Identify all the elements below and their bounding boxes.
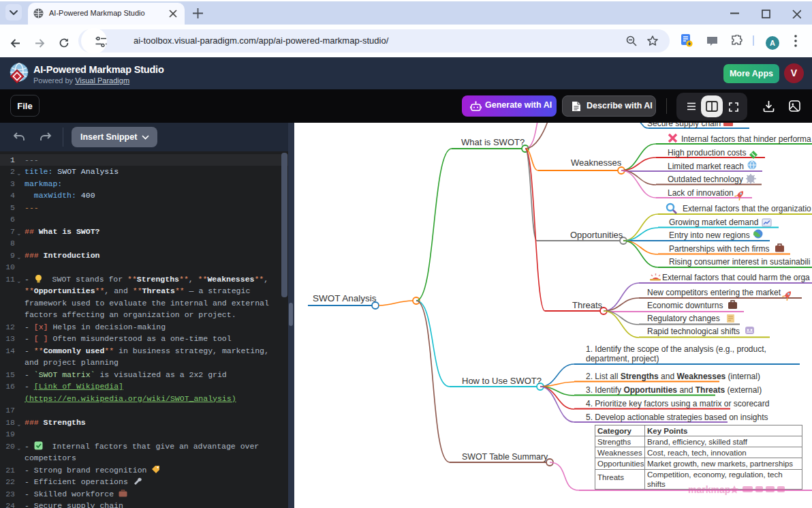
svg-text:markmap: markmap: [688, 484, 730, 495]
svg-text:Key Points: Key Points: [647, 427, 687, 435]
svg-text:5. Develop actionable strategi: 5. Develop actionable strategies based o…: [586, 413, 768, 422]
svg-text:Competition, economy, regulati: Competition, economy, regulation, tech: [647, 470, 783, 479]
svg-text:4. Prioritize key factors usin: 4. Prioritize key factors using a matrix…: [586, 399, 769, 408]
svg-text:High production costs: High production costs: [668, 148, 746, 158]
svg-text:Rapid technological shifts: Rapid technological shifts: [647, 327, 740, 336]
svg-text:2. List all Strengths and Weak: 2. List all Strengths and Weaknesses (in…: [586, 372, 760, 381]
svg-text:Rising consumer interest in su: Rising consumer interest in sustainabili: [669, 257, 810, 267]
svg-text:Opportunities: Opportunities: [597, 460, 644, 468]
svg-text:Threats: Threats: [597, 473, 624, 481]
svg-text:Entry into new regions: Entry into new regions: [669, 230, 750, 240]
svg-text:SWOT Analysis: SWOT Analysis: [313, 293, 377, 303]
svg-text:department, project): department, project): [586, 354, 659, 363]
svg-text:Threats: Threats: [572, 300, 603, 310]
svg-text:shifts: shifts: [647, 480, 666, 488]
svg-text:Outdated technology: Outdated technology: [668, 175, 743, 184]
svg-text:Growing market demand: Growing market demand: [669, 218, 758, 227]
svg-text:Economic downturns: Economic downturns: [647, 301, 723, 310]
svg-text:Secure supply chain: Secure supply chain: [647, 123, 721, 128]
svg-text:Market growth, new markets, pa: Market growth, new markets, partnerships: [647, 460, 793, 468]
svg-text:Cost, reach, tech, innovation: Cost, reach, tech, innovation: [647, 449, 747, 457]
svg-text:New competitors entering the m: New competitors entering the market: [647, 288, 781, 297]
svg-text:Partnerships with tech firms: Partnerships with tech firms: [669, 244, 769, 254]
svg-text:3. Identify Opportunities and: 3. Identify Opportunities and Threats (e…: [586, 385, 762, 395]
svg-text:Brand, efficiency, skilled sta: Brand, efficiency, skilled staff: [647, 438, 748, 446]
svg-text:Category: Category: [597, 427, 631, 435]
svg-text:Limited market reach: Limited market reach: [668, 162, 744, 171]
svg-text:Strengths: Strengths: [597, 438, 631, 446]
svg-text:Internal factors that hinder p: Internal factors that hinder performa: [681, 134, 811, 144]
svg-text:SWOT Table Summary: SWOT Table Summary: [462, 452, 548, 462]
svg-text:Regulatory changes: Regulatory changes: [647, 314, 720, 323]
svg-text:How to Use SWOT?: How to Use SWOT?: [462, 376, 542, 386]
svg-text:What is SWOT?: What is SWOT?: [461, 137, 525, 147]
svg-text:1. Identify the scope of the a: 1. Identify the scope of the analysis (e…: [586, 344, 766, 354]
svg-text:Weaknesses: Weaknesses: [571, 158, 622, 168]
svg-text:Weaknesses: Weaknesses: [597, 449, 642, 457]
svg-text:External factors that the orga: External factors that the organizatio: [683, 204, 811, 213]
svg-text:Opportunities: Opportunities: [570, 230, 623, 240]
svg-text:External factors that could ha: External factors that could harm the org…: [662, 273, 810, 282]
svg-text:Lack of innovation: Lack of innovation: [668, 188, 734, 198]
